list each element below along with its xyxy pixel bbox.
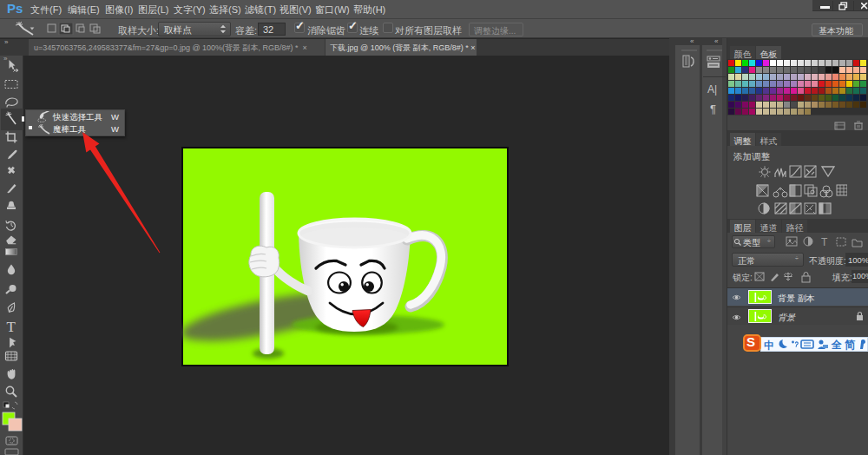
svg-text:T: T [821, 236, 828, 248]
svg-text:简: 简 [845, 339, 856, 351]
svg-text:T: T [7, 319, 16, 335]
svg-text:全: 全 [831, 339, 842, 351]
